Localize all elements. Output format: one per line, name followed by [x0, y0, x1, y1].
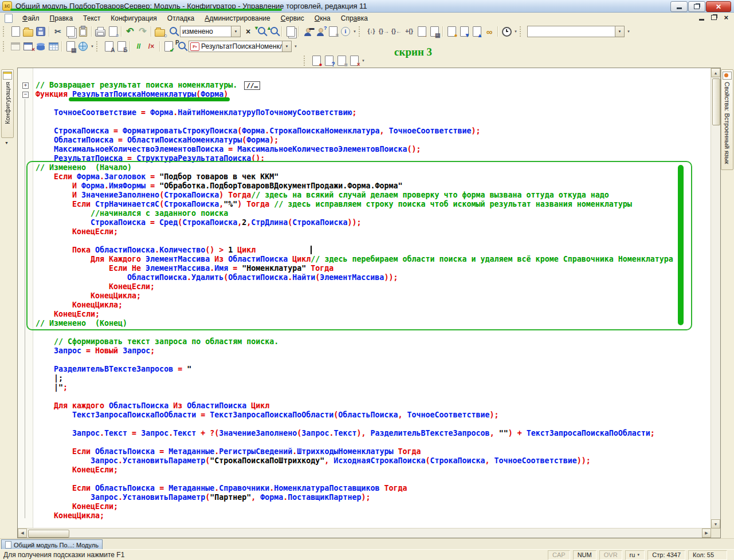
copy-windows-button[interactable]: [284, 25, 297, 38]
scroll-right-icon[interactable]: ▶: [702, 529, 711, 538]
child-minimize-icon[interactable]: [699, 19, 704, 21]
save-document-button[interactable]: [34, 25, 47, 38]
menu-item-text[interactable]: Текст: [78, 13, 105, 23]
syntax-check-button[interactable]: ✔: [162, 40, 175, 53]
procedures-list-button[interactable]: {↓}: [365, 25, 378, 38]
undo-button[interactable]: ↶: [124, 25, 136, 38]
menu-item-configuration[interactable]: Конфигурация: [105, 13, 162, 23]
redo-button[interactable]: ↷: [136, 25, 149, 38]
toolbar-separator: [281, 26, 282, 37]
toolbar-grip[interactable]: [520, 26, 524, 37]
toolbar-grip[interactable]: [96, 41, 100, 52]
insert-template-a-button[interactable]: А: [103, 40, 115, 53]
more-options-icon[interactable]: ▼: [513, 26, 519, 37]
web-preview-button[interactable]: [77, 40, 89, 53]
language-selector[interactable]: ru▼: [625, 550, 645, 560]
call-links-button[interactable]: ∞: [483, 25, 496, 38]
open-document-button[interactable]: [22, 25, 34, 38]
menu-item-help[interactable]: Справка: [336, 13, 373, 23]
performance-timer-button[interactable]: [500, 25, 513, 38]
find-button[interactable]: [166, 25, 179, 38]
database-config-button[interactable]: [34, 40, 47, 53]
fold-expand-icon[interactable]: +: [22, 82, 29, 89]
close-button[interactable]: ✕: [706, 1, 731, 12]
vertical-scrollbar[interactable]: ▲ ▼: [711, 68, 720, 529]
more-options-icon[interactable]: ▼: [293, 41, 299, 52]
search-text-dropdown-icon[interactable]: ▼: [231, 26, 240, 37]
sidebar-tab-configuration[interactable]: Конфигурация: [1, 69, 14, 138]
horizontal-scrollbar[interactable]: ◀ ▶: [18, 528, 711, 538]
vertical-scrollbar-thumb[interactable]: [712, 78, 720, 125]
menu-item-administration[interactable]: Администрирование: [199, 13, 275, 23]
sidebar-tab-more-icon[interactable]: ▼: [5, 141, 9, 145]
procedure-select-dropdown-icon[interactable]: ▼: [282, 41, 291, 52]
procedure-select-combobox[interactable]: F▪РезультатПоискаНоменклатуры▼: [189, 41, 292, 52]
help-bookmark-gray-button[interactable]: ■: [335, 54, 348, 67]
table-settings-button[interactable]: [47, 40, 60, 53]
help-bookmark-question-button[interactable]: ?: [323, 54, 335, 67]
goto-procedure-button[interactable]: Р: [175, 40, 187, 53]
format-block-button[interactable]: ▤: [428, 25, 441, 38]
add-comment-button[interactable]: //: [132, 40, 145, 53]
quick-access-dropdown-icon[interactable]: ▼: [615, 26, 624, 37]
restore-button[interactable]: [688, 1, 705, 12]
close-icon: ✕: [716, 3, 721, 11]
menu-item-file[interactable]: Файл: [17, 13, 45, 23]
toolbar-grip[interactable]: [359, 26, 363, 37]
new-procedure-button[interactable]: +{}: [403, 25, 415, 38]
menu-item-edit[interactable]: Правка: [45, 13, 78, 23]
help-contents-button[interactable]: ≡: [327, 25, 339, 38]
fold-collapse-icon[interactable]: −: [22, 92, 29, 98]
child-restore-icon[interactable]: [711, 15, 717, 20]
format-module-button[interactable]: ▤: [64, 40, 77, 53]
delete-help-bookmark-button[interactable]: ×: [348, 54, 360, 67]
toolbar-grip[interactable]: [3, 41, 7, 52]
fold-gutter[interactable]: +−: [18, 68, 33, 529]
code-line: ОбластиПоиска.Удалить(ОбластиПоиска.Найт…: [33, 273, 398, 282]
new-document-button[interactable]: [9, 25, 22, 38]
code-line: [33, 99, 36, 108]
quick-access-combobox[interactable]: ▼: [527, 26, 625, 37]
more-options-icon[interactable]: ▼: [626, 26, 631, 37]
print-button[interactable]: [94, 25, 107, 38]
clear-search-button[interactable]: ×: [242, 25, 254, 38]
more-options-icon[interactable]: ▼: [89, 41, 95, 52]
insert-template-b-button[interactable]: Б: [115, 40, 128, 53]
horizontal-scrollbar-thumb[interactable]: [28, 530, 69, 538]
previous-procedure-button[interactable]: {}←: [390, 25, 403, 38]
search-text-combobox[interactable]: изменено▼: [180, 26, 241, 37]
find-next-button[interactable]: ▾: [254, 25, 267, 38]
next-procedure-button[interactable]: {}→: [378, 25, 390, 38]
remove-comment-button[interactable]: /×: [145, 40, 158, 53]
add-help-bookmark-button[interactable]: ●: [310, 54, 323, 67]
menu-item-windows[interactable]: Окна: [309, 13, 336, 23]
find-in-files-button[interactable]: ○: [154, 25, 166, 38]
sidebar-tab-properties[interactable]: Свойства: Встроенный язык: [721, 69, 733, 170]
child-close-icon[interactable]: ×: [724, 14, 728, 21]
scroll-down-icon[interactable]: ▼: [711, 519, 720, 529]
paste-button[interactable]: [77, 25, 89, 38]
help-index-button[interactable]: ?: [314, 25, 327, 38]
toolbar-grip[interactable]: [304, 56, 308, 66]
configuration-window-icon: [3, 72, 12, 80]
toolbar-grip[interactable]: [3, 26, 7, 37]
toggle-bookmark-button[interactable]: ●: [445, 25, 458, 38]
goto-definition-button[interactable]: →: [415, 25, 428, 38]
find-previous-button[interactable]: ▴: [267, 25, 280, 38]
code-editor[interactable]: // Возвращает результат поиска номенклат…: [33, 81, 721, 527]
cut-button[interactable]: ✂: [52, 25, 64, 38]
next-bookmark-button[interactable]: ▼: [458, 25, 470, 38]
more-options-icon[interactable]: ▼: [352, 26, 358, 37]
copy-button[interactable]: [64, 25, 77, 38]
menu-item-debug[interactable]: Отладка: [162, 13, 199, 23]
info-button[interactable]: i: [339, 25, 352, 38]
scroll-up-icon[interactable]: ▲: [711, 68, 720, 77]
minimize-button[interactable]: [670, 1, 688, 12]
close-window-button[interactable]: ×: [22, 40, 34, 53]
more-options-icon[interactable]: ▼: [360, 56, 366, 66]
previous-bookmark-button[interactable]: ▲: [470, 25, 483, 38]
menu-item-service[interactable]: Сервис: [276, 13, 309, 23]
print-preview-button[interactable]: ○: [107, 25, 119, 38]
scroll-left-icon[interactable]: ◀: [18, 529, 27, 538]
syntax-assistant-button[interactable]: ▬: [301, 25, 314, 38]
